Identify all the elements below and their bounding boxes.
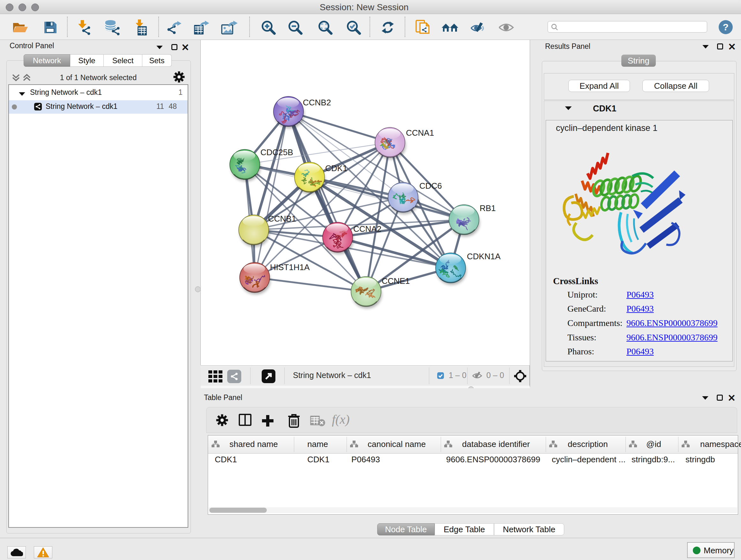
svg-text:HIST1H1A: HIST1H1A	[270, 262, 310, 272]
svg-text:CCNE1: CCNE1	[382, 276, 410, 286]
svg-text:CCNA2: CCNA2	[353, 224, 381, 234]
svg-text:CCNA1: CCNA1	[406, 128, 434, 138]
svg-text:CDK1: CDK1	[325, 164, 347, 173]
svg-text:RB1: RB1	[480, 203, 496, 213]
svg-text:CDC25B: CDC25B	[260, 147, 293, 157]
svg-text:CCNB1: CCNB1	[268, 214, 296, 224]
svg-text:CCNB2: CCNB2	[303, 98, 331, 107]
svg-text:CDC6: CDC6	[419, 181, 442, 191]
svg-text:CDKN1A: CDKN1A	[467, 252, 501, 261]
